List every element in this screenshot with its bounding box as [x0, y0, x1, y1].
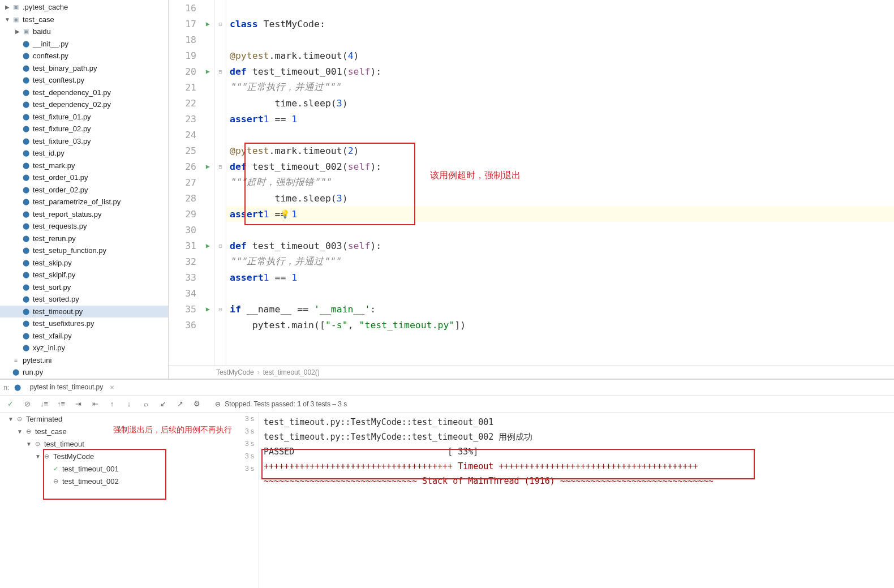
chevron-down-icon: ▼ [3, 16, 11, 23]
tree-folder-pytest-cache[interactable]: ▶ ▣ .pytest_cache [0, 1, 168, 14]
python-file-icon: ⬤ [22, 246, 31, 255]
gear-icon[interactable]: ⚙ [191, 398, 203, 410]
python-file-icon: ⬤ [22, 136, 31, 145]
expand-icon[interactable]: ⇥ [72, 398, 84, 410]
tree-file[interactable]: ⬤test_rerun.py [0, 233, 168, 245]
ok-icon[interactable]: ✓ [5, 398, 16, 410]
tree-file[interactable]: ⬤test_setup_function.py [0, 244, 168, 257]
tree-file[interactable]: ⬤test_sort.py [0, 281, 168, 294]
tree-folder-test-case[interactable]: ▼ ▣ test_case [0, 14, 168, 26]
python-file-icon: ⬤ [22, 173, 31, 182]
python-file-icon: ⬤ [22, 76, 31, 85]
console-line: test_timeout.py::TestMyCode::test_timeou… [264, 430, 889, 444]
tree-file[interactable]: ⬤__init__.py [0, 38, 168, 50]
code-content[interactable]: 💡 该用例超时，强制退出 class TestMyCode: @pytest.m… [226, 0, 894, 365]
folder-icon: ▣ [11, 3, 20, 12]
sort-az-icon[interactable]: ↓≡ [38, 398, 50, 410]
test-result-row[interactable]: ▼⊖test_timeout3 s [0, 437, 259, 450]
tree-file-run-py[interactable]: ⬤ run.py [0, 366, 168, 379]
annotation-text-tree: 强制退出后，后续的用例不再执行 [113, 425, 232, 435]
tree-file-pytest-ini[interactable]: ≡ pytest.ini [0, 354, 168, 367]
folder-icon: ▣ [22, 27, 31, 36]
up-arrow-icon[interactable]: ↑ [106, 398, 118, 410]
chevron-icon: ▼ [7, 416, 15, 422]
run-gutter-icon[interactable]: ▶ [206, 20, 210, 28]
annotation-box-console [261, 449, 755, 479]
tree-file[interactable]: ⬤test_xfail.py [0, 330, 168, 342]
python-file-icon: ⬤ [22, 307, 31, 316]
tree-file[interactable]: ⬤test_skip.py [0, 257, 168, 269]
fold-column: ⊟⊟⊟⊟⊟ [215, 0, 226, 365]
sort-za-icon[interactable]: ↑≡ [55, 398, 67, 410]
tree-file[interactable]: ⬤test_requests.py [0, 220, 168, 233]
collapse-icon[interactable]: ⇤ [89, 398, 101, 410]
python-file-icon: ⬤ [22, 39, 31, 48]
folder-icon: ▣ [11, 15, 20, 24]
python-file-icon: ⬤ [22, 51, 31, 61]
tree-file[interactable]: ⬤xyz_ini.py [0, 342, 168, 354]
down-arrow-icon[interactable]: ↓ [123, 398, 135, 410]
tree-file[interactable]: ⬤test_skipif.py [0, 269, 168, 281]
editor-area: 1617▶181920▶212223242526▶2728293031▶3233… [169, 0, 894, 379]
tree-file[interactable]: ⬤test_binary_path.py [0, 62, 168, 75]
tree-file[interactable]: ⬤test_fixture_03.py [0, 135, 168, 148]
run-tab-bar[interactable]: n: ⬤ pytest in test_timeout.py × [0, 380, 894, 396]
python-file-icon: ⬤ [22, 258, 31, 267]
test-console[interactable]: test_timeout.py::TestMyCode::test_timeou… [259, 413, 894, 588]
code-editor[interactable]: 1617▶181920▶212223242526▶2728293031▶3233… [169, 0, 894, 365]
stopped-icon: ⊖ [215, 400, 221, 408]
python-file-icon: ⬤ [22, 198, 31, 207]
python-file-icon: ⬤ [22, 63, 31, 72]
tree-file[interactable]: ⬤test_mark.py [0, 160, 168, 172]
python-file-icon: ⬤ [22, 295, 31, 304]
python-file-icon: ⬤ [22, 88, 31, 97]
tree-file[interactable]: ⬤test_order_01.py [0, 171, 168, 184]
tree-file[interactable]: ⬤test_dependency_01.py [0, 87, 168, 99]
tree-folder-baidu[interactable]: ▶ ▣ baidu [0, 25, 168, 38]
run-gutter-icon[interactable]: ▶ [206, 242, 210, 250]
search-icon[interactable]: ⌕ [140, 398, 152, 410]
tree-file[interactable]: ⬤test_sorted.py [0, 293, 168, 306]
close-tab-icon[interactable]: × [110, 383, 114, 392]
annotation-box-tree [43, 449, 166, 500]
python-file-icon: ⬤ [22, 149, 31, 158]
run-gutter-icon[interactable]: ▶ [206, 305, 210, 313]
import-icon[interactable]: ↙ [157, 398, 169, 410]
annotation-text-1: 该用例超时，强制退出 [430, 170, 521, 182]
chevron-right-icon: ▶ [3, 4, 11, 10]
python-file-icon: ⬤ [22, 185, 31, 194]
python-file-icon: ⬤ [22, 161, 31, 170]
tree-file[interactable]: ⬤test_order_02.py [0, 184, 168, 196]
tree-file[interactable]: ⬤conftest.py [0, 50, 168, 62]
test-terminated-icon: ⊖ [33, 439, 42, 448]
tree-file[interactable]: ⬤test_timeout.py [0, 306, 168, 318]
python-file-icon: ⬤ [22, 222, 31, 231]
tree-file[interactable]: ⬤test_id.py [0, 147, 168, 160]
python-file-icon: ⬤ [22, 125, 31, 134]
python-file-icon: ⬤ [22, 282, 31, 291]
python-file-icon: ⬤ [22, 344, 31, 353]
python-file-icon: ⬤ [22, 209, 31, 218]
test-result-tree[interactable]: ▼⊖Terminated3 s▼⊖test_case3 s▼⊖test_time… [0, 413, 259, 588]
tree-file[interactable]: ⬤test_usefixtures.py [0, 317, 168, 330]
python-file-icon: ⬤ [22, 319, 31, 328]
tree-file[interactable]: ⬤test_report_status.py [0, 208, 168, 221]
chevron-icon: ▼ [16, 428, 24, 435]
run-panel: n: ⬤ pytest in test_timeout.py × ✓ ⊘ ↓≡ … [0, 379, 894, 588]
annotation-box-1 [244, 143, 415, 225]
run-toolbar: ✓ ⊘ ↓≡ ↑≡ ⇥ ⇤ ↑ ↓ ⌕ ↙ ↗ ⚙ ⊖ Stopped. Tes… [0, 396, 894, 413]
tree-file[interactable]: ⬤test_conftest.py [0, 74, 168, 87]
python-file-icon: ⬤ [22, 100, 31, 109]
disabled-icon[interactable]: ⊘ [22, 398, 33, 410]
breadcrumb[interactable]: TestMyCode › test_timeout_002() [169, 365, 894, 379]
tree-file[interactable]: ⬤test_fixture_02.py [0, 123, 168, 135]
run-tab[interactable]: pytest in test_timeout.py [24, 383, 109, 392]
run-gutter-icon[interactable]: ▶ [206, 67, 210, 75]
export-icon[interactable]: ↗ [174, 398, 186, 410]
run-gutter-icon[interactable]: ▶ [206, 162, 210, 170]
test-result-row[interactable]: ▼⊖Terminated3 s [0, 413, 259, 425]
tree-file[interactable]: ⬤test_fixture_01.py [0, 111, 168, 123]
tree-file[interactable]: ⬤test_dependency_02.py [0, 98, 168, 111]
project-tree[interactable]: ▶ ▣ .pytest_cache ▼ ▣ test_case ▶ ▣ baid… [0, 0, 169, 379]
tree-file[interactable]: ⬤test_parametrize_of_list.py [0, 196, 168, 208]
